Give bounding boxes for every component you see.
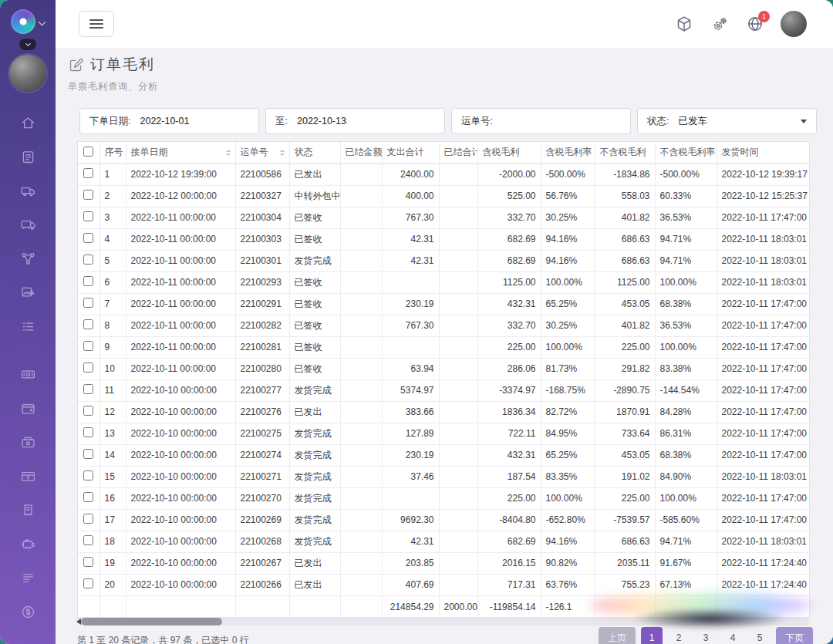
- column-header[interactable]: 不含税毛利: [595, 142, 655, 164]
- table-row[interactable]: 22022-10-12 00:00:0022100327中转外包中400.005…: [78, 185, 810, 207]
- table-row[interactable]: 142022-10-10 00:00:0022100274发货完成230.194…: [78, 444, 810, 466]
- sort-icon[interactable]: [225, 147, 231, 158]
- status-select[interactable]: 状态: 已发车: [637, 108, 817, 134]
- sidebar-item-cash[interactable]: [19, 365, 37, 383]
- row-checkbox[interactable]: [83, 557, 93, 567]
- cell: -3374.97: [477, 379, 541, 401]
- cell: 9692.30: [382, 509, 439, 531]
- select-all-checkbox[interactable]: [83, 147, 93, 157]
- user-avatar-large[interactable]: [9, 55, 46, 92]
- column-header[interactable]: 含税毛利率: [541, 142, 595, 164]
- table-row[interactable]: 132022-10-10 00:00:0022100275发货完成127.897…: [78, 423, 810, 444]
- row-checkbox[interactable]: [83, 535, 93, 545]
- table-row[interactable]: 12022-10-12 19:39:0022100586已发出2400.00-2…: [78, 164, 810, 185]
- cell: 22100277: [235, 379, 289, 401]
- order-date-end-input[interactable]: 至: 2022-10-13: [265, 108, 445, 134]
- row-checkbox[interactable]: [83, 319, 93, 329]
- page-button[interactable]: 1: [641, 627, 663, 644]
- column-header[interactable]: 运单号: [235, 142, 289, 164]
- column-header[interactable]: 序号: [99, 142, 126, 164]
- row-checkbox[interactable]: [83, 384, 93, 394]
- table-row[interactable]: 122022-10-10 00:00:0022100276已发出383.6618…: [78, 401, 810, 423]
- table-row[interactable]: 42022-10-11 00:00:0022100303已签收42.31682.…: [78, 228, 810, 250]
- order-date-start-input[interactable]: 下单日期: 2022-10-01: [79, 108, 259, 134]
- app-logo[interactable]: [11, 9, 35, 34]
- user-avatar[interactable]: [781, 11, 807, 37]
- column-header[interactable]: 已结金额: [340, 142, 382, 164]
- waybill-number-input[interactable]: 运单号:: [451, 108, 631, 134]
- next-page-button[interactable]: 下页: [776, 627, 813, 644]
- sidebar-item-home[interactable]: [19, 113, 37, 132]
- sidebar-item-network[interactable]: [19, 249, 37, 268]
- row-checkbox[interactable]: [83, 427, 93, 437]
- sidebar-item-orders[interactable]: [19, 147, 37, 166]
- row-checkbox[interactable]: [83, 492, 93, 502]
- cell: [340, 315, 382, 336]
- sidebar-item-fleet[interactable]: [19, 215, 37, 234]
- column-header[interactable]: 接单日期: [126, 142, 235, 164]
- cell: 22100271: [235, 466, 289, 487]
- sidebar-item-detail-list[interactable]: [19, 568, 37, 587]
- page-button[interactable]: 3: [695, 627, 717, 644]
- column-header[interactable]: 不含税毛利率: [655, 142, 717, 164]
- page-button[interactable]: 4: [722, 627, 744, 644]
- hamburger-menu-button[interactable]: [79, 11, 114, 37]
- row-checkbox[interactable]: [83, 578, 93, 588]
- row-checkbox[interactable]: [83, 190, 93, 200]
- column-header[interactable]: 已结合计: [439, 142, 477, 164]
- table-row[interactable]: 172022-10-10 00:00:0022100269发货完成9692.30…: [78, 509, 810, 531]
- sidebar-item-receipt[interactable]: [19, 501, 37, 519]
- table-row[interactable]: 62022-10-11 00:00:0022100293已签收1125.0010…: [78, 271, 810, 293]
- table-row[interactable]: 72022-10-11 00:00:0022100291已签收230.19432…: [78, 293, 810, 315]
- sidebar-item-wallet-money[interactable]: [19, 433, 37, 451]
- services-button[interactable]: [710, 14, 730, 34]
- horizontal-scrollbar[interactable]: [77, 618, 810, 625]
- cube-button[interactable]: [674, 14, 694, 34]
- collapse-toggle[interactable]: [19, 39, 36, 50]
- prev-page-button[interactable]: 上页: [599, 627, 636, 644]
- table-row[interactable]: 202022-10-10 00:00:0022100266已发出407.6971…: [78, 574, 810, 595]
- sidebar-item-report[interactable]: [19, 283, 37, 302]
- table-row[interactable]: 52022-10-11 00:00:0022100301发货完成42.31682…: [78, 250, 810, 271]
- column-header[interactable]: 含税毛利: [477, 142, 541, 164]
- row-checkbox[interactable]: [83, 233, 93, 243]
- row-checkbox[interactable]: [83, 276, 93, 286]
- sidebar-item-card[interactable]: [19, 467, 37, 485]
- column-header[interactable]: 状态: [289, 142, 340, 164]
- row-checkbox[interactable]: [83, 255, 93, 265]
- sidebar-item-wallet[interactable]: [19, 399, 37, 417]
- cell: 2022-10-11 00:00:00: [126, 207, 235, 228]
- table-row[interactable]: 92022-10-11 00:00:0022100281已签收225.00100…: [78, 336, 810, 358]
- page-button[interactable]: 5: [749, 627, 771, 644]
- table-row[interactable]: 192022-10-10 00:00:0022100267已发出203.8520…: [78, 552, 810, 574]
- table-row[interactable]: 182022-10-10 00:00:0022100268发货完成42.3168…: [78, 531, 810, 552]
- row-checkbox[interactable]: [83, 341, 93, 351]
- row-checkbox[interactable]: [83, 514, 93, 524]
- sort-icon[interactable]: [279, 147, 285, 158]
- sidebar-item-truck[interactable]: [19, 181, 37, 200]
- table-row[interactable]: 152022-10-10 00:00:0022100271发货完成37.4618…: [78, 466, 810, 487]
- table-row[interactable]: 112022-10-10 00:00:0022100277发货完成5374.97…: [78, 379, 810, 401]
- table-row[interactable]: 82022-10-11 00:00:0022100282已签收767.30332…: [78, 315, 810, 336]
- cell: 453.05: [595, 444, 655, 466]
- row-checkbox[interactable]: [83, 470, 93, 480]
- page-button[interactable]: 2: [668, 627, 690, 644]
- sidebar-item-engine[interactable]: [19, 534, 37, 553]
- table-row[interactable]: 32022-10-11 00:00:0022100304已签收767.30332…: [78, 207, 810, 228]
- row-checkbox[interactable]: [83, 406, 93, 416]
- sidebar-item-finance[interactable]: [19, 602, 37, 621]
- row-checkbox[interactable]: [83, 168, 93, 178]
- table-row[interactable]: 102022-10-11 00:00:0022100280已签收63.94286…: [78, 358, 810, 379]
- row-checkbox[interactable]: [83, 449, 93, 459]
- chevron-down-icon[interactable]: [39, 18, 46, 25]
- row-checkbox[interactable]: [83, 211, 93, 221]
- column-header[interactable]: 支出合计: [382, 142, 439, 164]
- globe-button[interactable]: 1: [745, 14, 765, 34]
- row-checkbox[interactable]: [83, 298, 93, 308]
- row-checkbox[interactable]: [83, 362, 93, 373]
- table-row[interactable]: 162022-10-10 00:00:0022100270发货完成225.001…: [78, 487, 810, 509]
- sidebar-item-menu-list[interactable]: [19, 317, 37, 335]
- scrollbar-thumb[interactable]: [81, 618, 222, 625]
- column-header[interactable]: 发货时间: [717, 142, 810, 164]
- cell: [439, 358, 477, 379]
